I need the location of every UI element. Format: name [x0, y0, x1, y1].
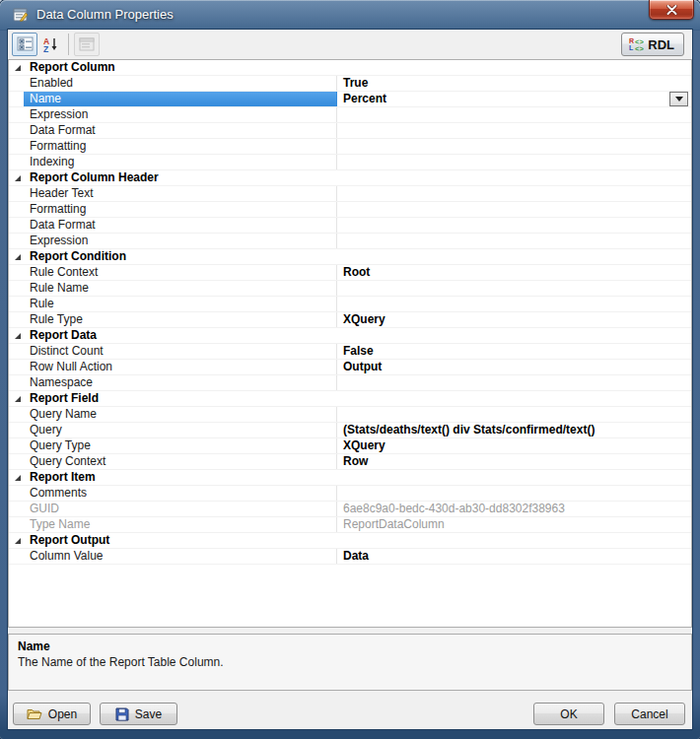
property-value[interactable]	[337, 202, 691, 217]
property-label: Comments	[24, 486, 337, 501]
property-label: Row Null Action	[24, 360, 337, 374]
row-indent	[9, 155, 24, 169]
property-value[interactable]: XQuery	[337, 438, 691, 453]
property-label: Data Format	[24, 218, 337, 233]
row-indent	[9, 502, 24, 516]
property-label: GUID	[24, 502, 337, 516]
property-value[interactable]	[337, 375, 691, 390]
property-row[interactable]: Query Name	[9, 407, 691, 423]
row-indent	[9, 344, 24, 359]
property-value[interactable]	[337, 139, 691, 154]
category-row[interactable]: Report Condition	[9, 249, 691, 265]
property-row[interactable]: Rule ContextRoot	[9, 265, 691, 281]
property-row[interactable]: Expression	[9, 234, 691, 249]
property-row[interactable]: Expression	[9, 107, 691, 123]
property-row[interactable]: Formatting	[9, 139, 691, 155]
property-value[interactable]: Output	[337, 360, 691, 374]
property-value[interactable]: ReportDataColumn	[337, 517, 691, 532]
property-label: Query Type	[24, 438, 337, 453]
property-label: Formatting	[24, 139, 337, 154]
property-value[interactable]	[337, 123, 691, 138]
property-value[interactable]: True	[337, 76, 691, 91]
save-button[interactable]: Save	[100, 703, 177, 725]
property-label: Name	[24, 92, 337, 106]
property-row[interactable]: NamePercent	[9, 92, 691, 107]
property-value[interactable]: Row	[337, 454, 691, 469]
row-indent	[9, 76, 24, 91]
property-value[interactable]	[337, 186, 691, 201]
property-label: Indexing	[24, 155, 337, 169]
category-row[interactable]: Report Item	[9, 470, 691, 486]
row-indent	[9, 517, 24, 532]
property-row[interactable]: Formatting	[9, 202, 691, 218]
close-button[interactable]	[649, 0, 694, 20]
categorized-view-button[interactable]	[12, 33, 37, 56]
cancel-button[interactable]: Cancel	[614, 703, 685, 725]
property-pages-button	[74, 33, 100, 56]
open-button[interactable]: Open	[13, 703, 91, 725]
chevron-down-icon	[675, 97, 683, 101]
category-row[interactable]: Report Output	[9, 533, 691, 549]
property-row[interactable]: Distinct CountFalse	[9, 344, 691, 360]
sort-az-icon: A Z	[42, 36, 59, 52]
row-indent	[9, 360, 24, 374]
property-row[interactable]: Namespace	[9, 375, 691, 391]
category-label: Report Data	[21, 328, 97, 343]
row-indent	[9, 265, 24, 280]
property-value[interactable]	[337, 486, 691, 501]
category-label: Report Item	[21, 470, 96, 485]
property-row[interactable]: Data Format	[9, 123, 691, 139]
row-indent	[9, 218, 24, 233]
category-row[interactable]: Report Column	[9, 60, 691, 76]
property-label: Query Context	[24, 454, 337, 469]
property-row[interactable]: Query ContextRow	[9, 454, 691, 470]
property-row[interactable]: EnabledTrue	[9, 76, 691, 92]
property-row[interactable]: Indexing	[9, 155, 691, 170]
property-value[interactable]: Data	[337, 549, 691, 564]
property-row[interactable]: Query(Stats/deaths/text() div Stats/conf…	[9, 423, 691, 438]
property-value[interactable]: 6ae8c9a0-bedc-430d-ab30-dd8302f38963	[337, 502, 691, 516]
title-bar[interactable]: Data Column Properties	[0, 0, 700, 30]
row-indent	[9, 549, 24, 564]
property-row[interactable]: Data Format	[9, 218, 691, 234]
property-row[interactable]: Row Null ActionOutput	[9, 360, 691, 375]
row-indent	[9, 123, 24, 138]
property-label: Expression	[24, 107, 337, 122]
property-row[interactable]: Query TypeXQuery	[9, 438, 691, 454]
property-value[interactable]	[337, 218, 691, 233]
property-value[interactable]: (Stats/deaths/text() div Stats/confirmed…	[337, 423, 691, 437]
property-label: Query Name	[24, 407, 337, 422]
property-value[interactable]	[337, 297, 691, 311]
category-row[interactable]: Report Data	[9, 328, 691, 344]
property-value[interactable]: Root	[337, 265, 691, 280]
property-row[interactable]: Type NameReportDataColumn	[9, 517, 691, 533]
rdl-button[interactable]: R L <> <> RDL	[621, 33, 684, 56]
row-indent	[9, 186, 24, 201]
category-row[interactable]: Report Field	[9, 391, 691, 407]
property-value[interactable]	[337, 234, 691, 248]
value-dropdown-button[interactable]	[669, 92, 688, 106]
category-row[interactable]: Report Column Header	[9, 170, 691, 186]
property-row[interactable]: Rule	[9, 297, 691, 312]
property-value[interactable]	[337, 107, 691, 122]
property-label: Formatting	[24, 202, 337, 217]
property-row[interactable]: Rule TypeXQuery	[9, 312, 691, 328]
property-row[interactable]: Header Text	[9, 186, 691, 202]
property-value[interactable]	[337, 155, 691, 169]
row-indent	[9, 107, 24, 122]
property-row[interactable]: GUID6ae8c9a0-bedc-430d-ab30-dd8302f38963	[9, 502, 691, 517]
app-icon	[13, 7, 29, 23]
property-value[interactable]: False	[337, 344, 691, 359]
property-value[interactable]: XQuery	[337, 312, 691, 327]
row-indent	[9, 234, 24, 248]
property-value[interactable]	[337, 281, 691, 296]
property-row[interactable]: Comments	[9, 486, 691, 502]
property-row[interactable]: Rule Name	[9, 281, 691, 297]
alphabetical-sort-button[interactable]: A Z	[37, 33, 63, 56]
property-value[interactable]: Percent	[337, 92, 691, 106]
svg-text:<>: <>	[635, 44, 644, 52]
property-value[interactable]	[337, 407, 691, 422]
ok-button[interactable]: OK	[533, 703, 604, 725]
row-indent	[9, 486, 24, 501]
property-row[interactable]: Column ValueData	[9, 549, 691, 565]
